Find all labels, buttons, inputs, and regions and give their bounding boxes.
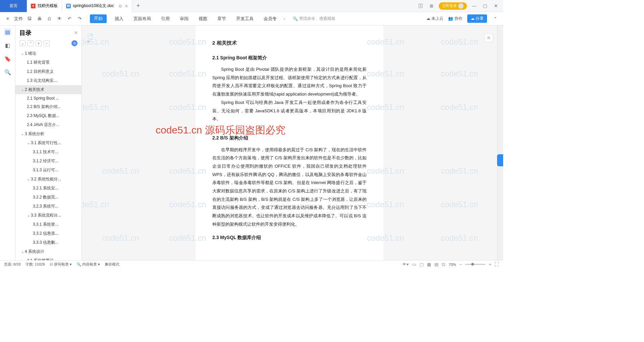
outline-item[interactable]: 3.3.1 系统登... — [15, 220, 82, 229]
close-icon[interactable]: × — [125, 3, 128, 9]
zoom-fit-icon[interactable]: ⊡ — [442, 262, 445, 267]
popout-icon[interactable]: ⧉ — [119, 4, 122, 8]
outline-item[interactable]: 3.2.3 系统可... — [15, 202, 82, 211]
document-page[interactable]: 2 相关技术 2.1 Spring Boot 框架简介 Spring Boot … — [196, 25, 383, 260]
zoom-in-icon[interactable]: + — [489, 262, 491, 267]
word-count[interactable]: 字数: 11026 — [25, 262, 45, 267]
thumbnail-icon[interactable]: ◧ — [4, 42, 11, 49]
outline-item[interactable]: 1.3 论文结构安... — [15, 76, 82, 85]
doc-margin-icon[interactable]: 📄▾ — [87, 34, 94, 40]
view-outline-icon[interactable]: ▤ — [434, 262, 438, 267]
file-menu[interactable]: 文件 — [14, 16, 23, 22]
undo-icon[interactable]: ↶ — [66, 15, 73, 22]
outline-item[interactable]: 3.2.2 数据完... — [15, 193, 82, 202]
ribbon-menu: 开始 插入 页面布局 引用 审阅 视图 章节 开发工具 会员专 — [90, 14, 279, 23]
find-icon[interactable]: 🔍 — [4, 68, 11, 76]
zoom-slider[interactable] — [465, 264, 485, 265]
outline-item[interactable]: 3.1.3 运行可... — [15, 166, 82, 175]
menu-reference[interactable]: 引用 — [159, 14, 172, 23]
watermark: code51.cn — [441, 37, 478, 47]
menu-scroll-icon[interactable]: › — [281, 16, 287, 21]
view-read-icon[interactable]: ▭ — [412, 262, 416, 267]
outline-close-icon[interactable]: × — [74, 30, 77, 36]
view-page-icon[interactable]: ▢ — [420, 262, 424, 267]
side-handle[interactable] — [497, 154, 503, 166]
share-button[interactable]: ☁ 分享 — [467, 14, 487, 23]
outline-item[interactable]: ⌄3.2 系统性能分... — [15, 175, 82, 184]
watermark: code51.cn — [441, 200, 478, 209]
outline-item[interactable]: 2.4 JAVA 语言介... — [15, 120, 82, 129]
outline-item[interactable]: ⌄3.3 系统流程分... — [15, 211, 82, 220]
watermark: code51.cn — [441, 103, 478, 112]
outline-icon[interactable]: ▤ — [4, 28, 11, 36]
menu-review[interactable]: 审阅 — [178, 14, 191, 23]
outline-item[interactable]: 3.1.2 经济可... — [15, 157, 82, 166]
bookmark-icon[interactable]: 🔖 — [4, 55, 11, 62]
command-search[interactable]: 🔍查找命令、搜索模板 — [293, 16, 335, 21]
zoom-out-icon[interactable]: − — [460, 262, 462, 267]
menu-vip[interactable]: 会员专 — [262, 14, 279, 23]
outline-item[interactable]: 1.2 目的和意义 — [15, 67, 82, 76]
outline-item[interactable]: 3.3.3 信息删... — [15, 238, 82, 247]
outline-item[interactable]: ⌄4 系统设计 — [15, 247, 82, 256]
compat-mode[interactable]: 兼容模式 — [105, 262, 119, 267]
zoom-level[interactable]: 70% — [449, 263, 456, 267]
view-eye-icon[interactable]: 👁▾ — [402, 262, 409, 267]
heading-2: 2 相关技术 — [212, 38, 367, 48]
menu-icon[interactable]: ≡ — [4, 15, 11, 22]
menu-layout[interactable]: 页面布局 — [131, 14, 153, 23]
collab-button[interactable]: 👥 协作 — [448, 16, 462, 21]
layout-icon[interactable]: ⿲ — [417, 3, 424, 9]
outline-item[interactable]: 3.3.2 信息添... — [15, 229, 82, 238]
cloud-status[interactable]: ☁ 未上云 — [426, 16, 443, 21]
print-preview-icon[interactable]: ⎙ — [46, 15, 53, 22]
outline-item[interactable]: 2.2 B/S 架构介绍... — [15, 102, 82, 111]
heading-2-3: 2.3 MySQL 数据库介绍 — [212, 233, 367, 242]
float-menu-icon[interactable]: ≡ — [484, 34, 493, 42]
document-area[interactable]: code51.cn code51.cn code51.cn code51.cn … — [82, 25, 497, 260]
menu-insert[interactable]: 插入 — [113, 14, 125, 23]
outline-item[interactable]: 3.1.1 技术可... — [15, 148, 82, 157]
print-icon[interactable]: 🖶 — [36, 15, 43, 22]
menu-start[interactable]: 开始 — [90, 14, 107, 23]
menu-view[interactable]: 视图 — [197, 14, 209, 23]
remove-icon[interactable]: − — [44, 40, 50, 46]
outline-item[interactable]: 3.2.1 系统安... — [15, 184, 82, 193]
outline-item[interactable]: ⌄2 相关技术 — [15, 85, 82, 94]
sync-icon[interactable]: ⟲ — [71, 40, 77, 46]
expand-all-icon[interactable]: ⌃ — [28, 40, 34, 46]
preview-icon[interactable]: 👁 — [56, 15, 63, 22]
outline-item[interactable]: 1.1 研究背景 — [15, 58, 82, 67]
outline-item[interactable]: ⌄3 系统分析 — [15, 129, 82, 138]
right-scrollbar[interactable] — [497, 25, 503, 260]
outline-item[interactable]: 4.1 系统概要设... — [15, 256, 82, 260]
collapse-all-icon[interactable]: ⌄ — [19, 40, 25, 46]
tab-home[interactable]: 首页 — [0, 0, 27, 12]
tab-document[interactable]: Wspringboot108论文.doc⧉× — [62, 0, 132, 12]
save-icon[interactable]: 🖫 — [25, 15, 33, 22]
login-button[interactable]: 立即登录 — [439, 2, 467, 10]
menu-chapter[interactable]: 章节 — [215, 14, 228, 23]
fullscreen-icon[interactable]: ⛶ — [495, 262, 499, 267]
minimize-icon[interactable]: ― — [471, 3, 478, 9]
watermark: code51.cn — [441, 166, 478, 176]
outline-item[interactable]: ⌄1 绪论 — [15, 49, 82, 58]
outline-item[interactable]: 2.1 Spring Boot ... — [15, 94, 82, 102]
maximize-icon[interactable]: ▢ — [482, 3, 488, 9]
add-icon[interactable]: + — [36, 40, 42, 46]
new-tab-button[interactable]: + — [132, 2, 144, 9]
view-web-icon[interactable]: ▦ — [427, 262, 431, 267]
content-check[interactable]: 🔍 内容检查 ▾ — [76, 262, 100, 267]
spell-check[interactable]: ☑ 拼写检查 ▾ — [50, 262, 72, 267]
close-window-icon[interactable]: ✕ — [492, 3, 499, 9]
caret-icon[interactable]: ⌃ — [492, 15, 499, 22]
outline-item[interactable]: ⌄3.1 系统可行性... — [15, 138, 82, 148]
page-indicator[interactable]: 页面: 8/33 — [4, 262, 21, 267]
outline-item[interactable]: 2.3 MySQL 数据... — [15, 111, 82, 120]
search-icon: 🔍 — [293, 16, 298, 21]
apps-icon[interactable]: ⊞ — [428, 3, 435, 9]
titlebar: 首页 ✦找稻壳模板 Wspringboot108论文.doc⧉× + ⿲ ⊞ 立… — [0, 0, 503, 12]
tab-template[interactable]: ✦找稻壳模板 — [27, 0, 62, 12]
menu-devtools[interactable]: 开发工具 — [234, 14, 256, 23]
redo-icon[interactable]: ↷ — [76, 15, 83, 22]
